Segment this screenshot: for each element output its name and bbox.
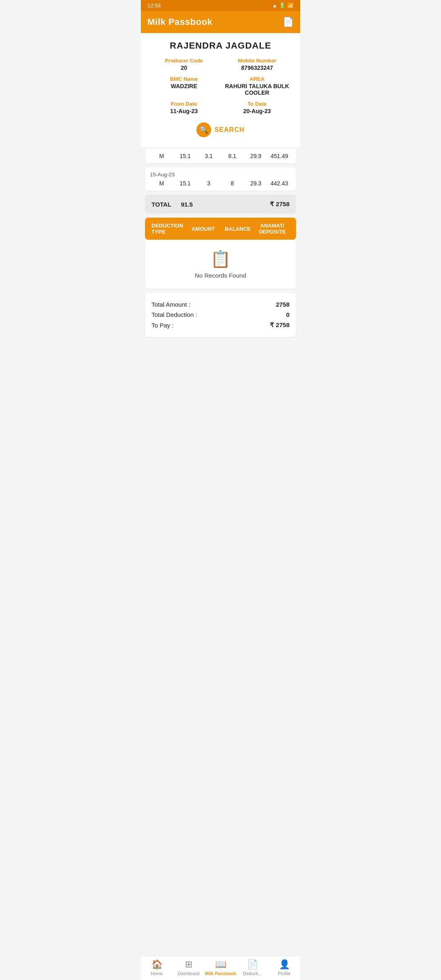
location-icon: ▲ bbox=[272, 2, 277, 9]
record-shift-1: M bbox=[150, 180, 174, 187]
to-pay-value: ₹ 2758 bbox=[270, 321, 290, 329]
total-qty: 91.5 bbox=[181, 201, 265, 208]
record-card-1: 15-Aug-23 M 15.1 3 8 29.3 442.43 bbox=[145, 167, 296, 191]
status-icons: ▲ 🔋 📶 bbox=[272, 2, 294, 9]
total-deduction-label: Total Deduction : bbox=[151, 311, 197, 318]
deduction-col-amount: AMOUNT bbox=[186, 226, 221, 232]
record-row: M 15.1 3.1 8.1 29.9 451.49 bbox=[150, 153, 291, 159]
summary-row-to-pay: To Pay : ₹ 2758 bbox=[151, 320, 290, 330]
main-content: M 15.1 3.1 8.1 29.9 451.49 15-Aug-23 M 1… bbox=[141, 147, 300, 370]
total-deduction-value: 0 bbox=[286, 311, 290, 318]
record-card-0: M 15.1 3.1 8.1 29.9 451.49 bbox=[145, 149, 296, 163]
total-amount-value: 2758 bbox=[276, 301, 290, 308]
bmc-name-label: BMC Name bbox=[147, 76, 220, 82]
app-header: Milk Passbook 📄 bbox=[141, 11, 300, 33]
total-bar: TOTAL 91.5 ₹ 2758 bbox=[145, 195, 296, 214]
total-amount: ₹ 2758 bbox=[270, 200, 290, 208]
no-records-icon: 📋 bbox=[151, 249, 290, 269]
no-records-text: No Records Found bbox=[151, 272, 290, 279]
to-pay-label: To Pay : bbox=[151, 322, 174, 329]
producer-code-value: 20 bbox=[147, 65, 220, 71]
record-row-1: M 15.1 3 8 29.3 442.43 bbox=[150, 180, 291, 187]
signal-icon: 📶 bbox=[287, 2, 294, 9]
to-date-label: To Date bbox=[220, 101, 294, 107]
deduction-header: DEDUCTIONTYPE AMOUNT BALANCE ANAMAT/DEPO… bbox=[145, 218, 296, 240]
from-date-label: From Date bbox=[147, 101, 220, 107]
record-snf-0: 8.1 bbox=[220, 153, 244, 159]
battery-icon: 🔋 bbox=[279, 2, 285, 9]
producer-code-label: Producer Code bbox=[147, 58, 220, 64]
record-snf-1: 8 bbox=[220, 180, 244, 187]
producer-code-cell: Producer Code 20 bbox=[147, 58, 220, 71]
info-grid: Producer Code 20 Mobile Number 879632324… bbox=[147, 58, 294, 114]
search-icon[interactable]: 🔍 bbox=[196, 122, 211, 137]
bmc-name-cell: BMC Name WADZIRE bbox=[147, 76, 220, 96]
record-fat-0: 3.1 bbox=[197, 153, 220, 159]
mobile-number-label: Mobile Number bbox=[220, 58, 294, 64]
export-icon[interactable]: 📄 bbox=[283, 17, 294, 27]
mobile-number-cell: Mobile Number 8796323247 bbox=[220, 58, 294, 71]
to-date-value: 20-Aug-23 bbox=[220, 108, 294, 114]
search-section[interactable]: 🔍 SEARCH bbox=[147, 118, 294, 143]
total-amount-label: Total Amount : bbox=[151, 301, 190, 308]
area-label: AREA bbox=[220, 76, 294, 82]
summary-row-total-amount: Total Amount : 2758 bbox=[151, 299, 290, 310]
bmc-name-value: WADZIRE bbox=[147, 83, 220, 89]
deduction-col-anamat: ANAMAT/DEPOSITE bbox=[255, 223, 290, 235]
app-title: Milk Passbook bbox=[147, 17, 212, 27]
record-rate-1: 29.3 bbox=[244, 180, 268, 187]
area-value: RAHURI TALUKA BULK COOLER bbox=[220, 83, 294, 96]
summary-row-total-deduction: Total Deduction : 0 bbox=[151, 310, 290, 320]
record-amount-1: 442.43 bbox=[267, 180, 291, 187]
deduction-col-type: DEDUCTIONTYPE bbox=[151, 223, 186, 235]
search-label[interactable]: SEARCH bbox=[214, 126, 245, 134]
profile-section: RAJENDRA JAGDALE Producer Code 20 Mobile… bbox=[141, 33, 300, 147]
profile-name: RAJENDRA JAGDALE bbox=[147, 40, 294, 51]
deduction-col-balance: BALANCE bbox=[220, 226, 255, 232]
record-rate-0: 29.9 bbox=[244, 153, 268, 159]
summary-card: Total Amount : 2758 Total Deduction : 0 … bbox=[145, 293, 296, 337]
record-fat-1: 3 bbox=[197, 180, 220, 187]
no-records-card: 📋 No Records Found bbox=[145, 240, 296, 289]
status-time: 12:58 bbox=[147, 2, 161, 9]
record-amount-0: 451.49 bbox=[267, 153, 291, 159]
record-litre-0: 15.1 bbox=[174, 153, 197, 159]
status-bar: 12:58 ▲ 🔋 📶 bbox=[141, 0, 300, 11]
total-label: TOTAL bbox=[151, 201, 176, 208]
from-date-value: 11-Aug-23 bbox=[147, 108, 220, 114]
record-shift-0: M bbox=[150, 153, 174, 159]
from-date-cell: From Date 11-Aug-23 bbox=[147, 101, 220, 114]
area-cell: AREA RAHURI TALUKA BULK COOLER bbox=[220, 76, 294, 96]
record-litre-1: 15.1 bbox=[174, 180, 197, 187]
to-date-cell: To Date 20-Aug-23 bbox=[220, 101, 294, 114]
mobile-number-value: 8796323247 bbox=[220, 65, 294, 71]
record-date-1: 15-Aug-23 bbox=[150, 172, 291, 178]
